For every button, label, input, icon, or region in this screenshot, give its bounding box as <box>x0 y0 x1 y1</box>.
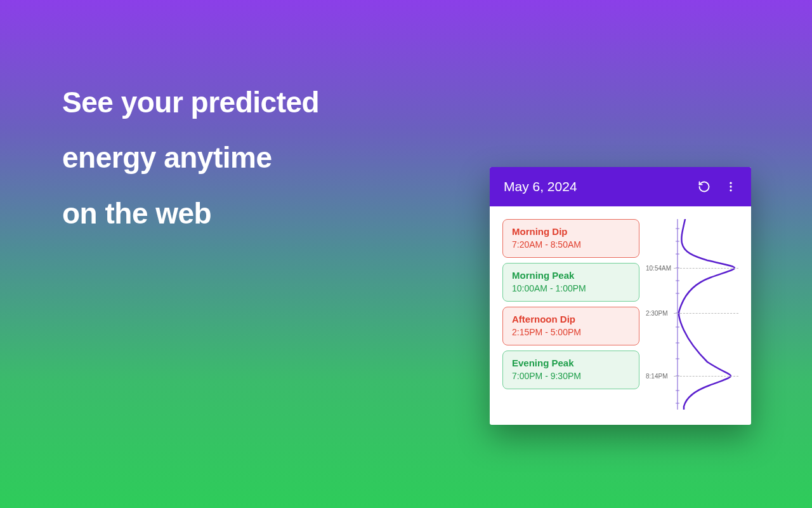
chart-marker-label: 8:14PM <box>646 373 667 380</box>
chart-marker-line <box>674 313 738 314</box>
period-time: 2:15PM - 5:00PM <box>512 327 630 337</box>
period-title: Morning Peak <box>512 270 630 281</box>
period-evening-peak[interactable]: Evening Peak 7:00PM - 9:30PM <box>502 351 639 389</box>
more-button[interactable] <box>722 178 740 196</box>
period-title: Afternoon Dip <box>512 314 630 324</box>
page-headline: See your predicted energy anytime on the… <box>62 75 319 241</box>
period-time: 7:20AM - 8:50AM <box>512 239 630 250</box>
header-actions <box>695 178 740 196</box>
period-morning-peak[interactable]: Morning Peak 10:00AM - 1:00PM <box>502 263 639 302</box>
svg-point-2 <box>730 189 731 191</box>
more-vertical-icon <box>724 180 737 193</box>
period-time: 7:00PM - 9:30PM <box>512 371 630 381</box>
card-body: Morning Dip 7:20AM - 8:50AM Morning Peak… <box>490 206 751 425</box>
headline-line-2: energy anytime <box>62 130 319 185</box>
period-morning-dip[interactable]: Morning Dip 7:20AM - 8:50AM <box>502 219 639 258</box>
headline-line-3: on the web <box>62 186 319 241</box>
svg-point-0 <box>730 182 731 184</box>
chart-marker-line <box>674 268 738 269</box>
period-afternoon-dip[interactable]: Afternoon Dip 2:15PM - 5:00PM <box>502 307 639 345</box>
refresh-icon <box>698 180 710 193</box>
period-title: Evening Peak <box>512 358 630 368</box>
chart-marker-label: 10:54AM <box>646 265 671 272</box>
refresh-button[interactable] <box>695 178 713 196</box>
periods-list: Morning Dip 7:20AM - 8:50AM Morning Peak… <box>502 219 639 410</box>
chart-marker-label: 2:30PM <box>646 310 667 317</box>
card-header: May 6, 2024 <box>490 167 751 206</box>
chart-marker-line <box>674 376 738 377</box>
period-title: Morning Dip <box>512 226 630 237</box>
headline-line-1: See your predicted <box>62 75 319 130</box>
period-time: 10:00AM - 1:00PM <box>512 283 630 293</box>
card-date: May 6, 2024 <box>504 179 577 194</box>
energy-card: May 6, 2024 Morning Dip 7:20AM - 8 <box>490 167 751 425</box>
svg-point-1 <box>730 185 731 187</box>
energy-chart: 10:54AM 2:30PM 8:14PM <box>647 219 741 410</box>
